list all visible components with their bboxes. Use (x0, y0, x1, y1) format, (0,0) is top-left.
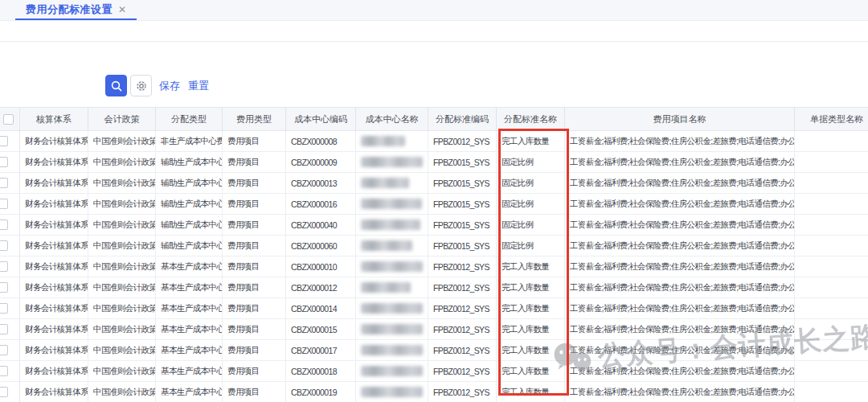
cell-standard_code: FPBZ0012_SYS (428, 340, 497, 360)
cell-cost_center_name (356, 194, 428, 214)
save-button[interactable]: 保存 (159, 79, 180, 93)
cell-expense_type: 费用项目 (223, 152, 286, 172)
cell-select (0, 340, 20, 360)
column-header-standard_code: 分配标准编码 (428, 108, 497, 130)
cell-select (0, 215, 20, 235)
row-checkbox[interactable] (0, 387, 8, 397)
redacted-cost-center-name (361, 387, 423, 397)
cell-doc_type_name (795, 194, 868, 214)
cell-expense_type: 费用项目 (223, 361, 286, 381)
cell-cost_center_code: CBZX000009 (286, 152, 356, 172)
cell-expense_items: 工资薪金;福利费;社会保险费;住房公积金;差旅费;电话通信费;办公费;培训费 (565, 361, 795, 381)
cell-standard_name: 完工入库数量 (497, 131, 565, 151)
row-checkbox[interactable] (0, 282, 8, 293)
column-header-standard_name: 分配标准名称 (497, 108, 565, 130)
cell-allocation_type: 基本生产成本中心 (156, 277, 223, 297)
cell-expense_type: 费用项目 (223, 131, 286, 151)
cell-cost_center_name (356, 131, 428, 151)
cell-accounting_policy: 中国准则会计政策 (88, 256, 156, 277)
cell-cost_center_name (356, 340, 428, 360)
cell-standard_code: FPBZ0012_SYS (428, 361, 497, 381)
cell-cost_center_code: CBZX000040 (286, 215, 356, 235)
cell-accounting_policy: 中国准则会计政策 (88, 236, 156, 256)
cell-accounting_policy: 中国准则会计政策 (88, 340, 156, 360)
table-header-row: 核算体系会计政策分配类型费用类型成本中心编码成本中心名称分配标准编码分配标准名称… (0, 107, 868, 131)
row-checkbox[interactable] (0, 366, 8, 376)
cell-standard_code: FPBZ0012_SYS (428, 277, 497, 297)
cell-cost_center_code: CBZX000060 (286, 236, 356, 256)
cell-cost_center_code: CBZX000013 (286, 173, 356, 193)
cell-standard_name: 完工入库数量 (497, 298, 565, 318)
reset-button[interactable]: 重置 (188, 79, 209, 93)
cell-accounting_system: 财务会计核算体系 (20, 382, 88, 402)
magnifier-icon (110, 80, 123, 92)
cell-standard_name: 固定比例 (497, 173, 565, 193)
table-row: 财务会计核算体系中国准则会计政策辅助生产成本中心费用项目CBZX000009FP… (0, 152, 868, 173)
table-row: 财务会计核算体系中国准则会计政策基本生产成本中心费用项目CBZX000017FP… (0, 340, 868, 361)
cell-standard_code: FPBZ0015_SYS (428, 152, 497, 172)
cell-accounting_system: 财务会计核算体系 (20, 215, 88, 235)
cell-expense_items: 工资薪金;福利费;社会保险费;住房公积金;差旅费;电话通信费;办公费;培训费 (565, 277, 795, 297)
cell-cost_center_code: CBZX000017 (286, 340, 356, 360)
cell-accounting_system: 财务会计核算体系 (20, 152, 88, 172)
row-checkbox[interactable] (0, 157, 8, 167)
row-checkbox[interactable] (0, 345, 8, 355)
cell-doc_type_name (795, 215, 868, 235)
row-checkbox[interactable] (0, 199, 8, 209)
redacted-cost-center-name (361, 324, 423, 334)
cell-doc_type_name (795, 173, 868, 193)
gear-icon (135, 80, 148, 92)
tab-expense-allocation-settings[interactable]: 费用分配标准设置 ✕ (15, 0, 137, 20)
column-header-cost_center_name: 成本中心名称 (356, 108, 428, 130)
cell-cost_center_name (356, 382, 428, 402)
cell-accounting_policy: 中国准则会计政策 (88, 152, 156, 172)
cell-cost_center_name (356, 361, 428, 381)
cell-allocation_type: 辅助生产成本中心 (156, 215, 223, 235)
table-body: 财务会计核算体系中国准则会计政策非生产成本中心费用费用项目CBZX000008F… (0, 131, 868, 402)
cell-select (0, 152, 20, 172)
cell-expense_items: 工资薪金;福利费;社会保险费;住房公积金;差旅费;电话通信费;办公费;培训费 (565, 319, 795, 339)
cell-accounting_policy: 中国准则会计政策 (88, 361, 156, 381)
row-checkbox[interactable] (0, 178, 8, 188)
cell-cost_center_name (356, 236, 428, 256)
section-divider (0, 41, 868, 42)
tab-close-icon[interactable]: ✕ (118, 5, 126, 14)
cell-expense_items: 工资薪金;福利费;社会保险费;住房公积金;差旅费;电话通信费;办公费;培训费 (565, 382, 795, 402)
cell-standard_name: 完工入库数量 (497, 256, 565, 277)
cell-standard_code: FPBZ0015_SYS (428, 215, 497, 235)
cell-accounting_system: 财务会计核算体系 (20, 236, 88, 256)
row-checkbox[interactable] (0, 136, 8, 146)
cell-expense_type: 费用项目 (223, 319, 286, 339)
cell-cost_center_code: CBZX000015 (286, 319, 356, 339)
cell-expense_type: 费用项目 (223, 340, 286, 360)
row-checkbox[interactable] (0, 324, 8, 334)
table-row: 财务会计核算体系中国准则会计政策基本生产成本中心费用项目CBZX000014FP… (0, 298, 868, 319)
cell-cost_center_name (356, 277, 428, 297)
settings-button[interactable] (130, 75, 152, 96)
row-checkbox[interactable] (0, 240, 8, 251)
redacted-cost-center-name (361, 303, 423, 314)
cell-cost_center_code: CBZX000008 (286, 131, 356, 151)
table-row: 财务会计核算体系中国准则会计政策基本生产成本中心费用项目CBZX000015FP… (0, 319, 868, 340)
cell-standard_name: 完工入库数量 (497, 340, 565, 360)
cell-expense_type: 费用项目 (223, 298, 286, 318)
cell-allocation_type: 基本生产成本中心 (156, 319, 223, 339)
tab-title: 费用分配标准设置 (26, 2, 113, 17)
cell-accounting_system: 财务会计核算体系 (20, 298, 88, 318)
cell-doc_type_name (795, 298, 868, 318)
row-checkbox[interactable] (0, 303, 8, 314)
cell-standard_code: FPBZ0012_SYS (428, 298, 497, 318)
search-button[interactable] (105, 75, 127, 96)
cell-standard_code: FPBZ0015_SYS (428, 173, 497, 193)
cell-select (0, 131, 20, 151)
row-checkbox[interactable] (0, 219, 8, 230)
row-checkbox[interactable] (0, 261, 8, 272)
cell-cost_center_name (356, 319, 428, 339)
cell-standard_name: 固定比例 (497, 194, 565, 214)
column-header-accounting_system: 核算体系 (20, 108, 88, 130)
column-header-cost_center_code: 成本中心编码 (286, 108, 356, 130)
cell-cost_center_code: CBZX000010 (286, 256, 356, 277)
cell-accounting_system: 财务会计核算体系 (20, 340, 88, 360)
select-all-checkbox[interactable] (3, 114, 14, 125)
cell-allocation_type: 辅助生产成本中心 (156, 173, 223, 193)
